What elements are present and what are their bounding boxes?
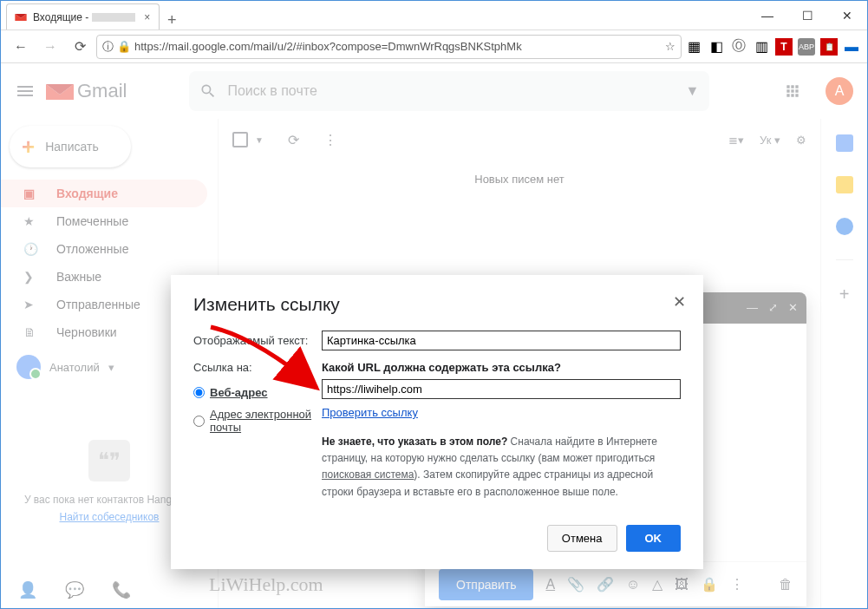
refresh-icon[interactable]: ⟳ — [288, 132, 299, 148]
hangouts-chat-icon[interactable]: 💬 — [65, 580, 86, 601]
confidential-icon[interactable]: 🔒 — [701, 576, 718, 593]
ext-icon-3[interactable]: Ⓞ — [730, 38, 747, 56]
url-text: https://mail.google.com/mail/u/2/#inbox?… — [134, 40, 522, 53]
dialog-title: Изменить ссылку — [193, 294, 681, 315]
display-text-label: Отображаемый текст: — [193, 331, 322, 350]
inbox-icon: ▣ — [23, 187, 41, 200]
star-icon[interactable]: ☆ — [665, 40, 675, 53]
user-status-avatar — [16, 355, 41, 379]
drive-icon[interactable]: △ — [652, 576, 662, 593]
radio-web-label[interactable]: Веб-адрес — [210, 386, 268, 399]
dialog-close-icon[interactable]: ✕ — [673, 292, 686, 311]
bottom-nav: 👤 💬 📞 — [18, 580, 133, 601]
radio-web-address[interactable] — [193, 387, 205, 398]
star-icon: ★ — [23, 214, 41, 228]
search-input[interactable] — [227, 83, 675, 99]
address-bar: ← → ⟳ ⓘ 🔒 https://mail.google.com/mail/u… — [1, 30, 867, 63]
ext-icon-t[interactable]: T — [775, 38, 793, 56]
lock-icon: 🔒 — [117, 40, 131, 53]
settings-icon[interactable]: ⚙ — [796, 134, 806, 147]
hangouts-phone-icon[interactable]: 📞 — [112, 580, 133, 601]
compose-label: Написать — [45, 140, 98, 154]
radio-email-address[interactable] — [193, 416, 205, 427]
gmail-brand-text: Gmail — [77, 80, 127, 102]
nav-snoozed[interactable]: 🕐Отложенные — [1, 235, 207, 263]
ext-icon-1[interactable]: ▦ — [685, 38, 702, 56]
image-icon[interactable]: 🖼 — [675, 577, 689, 593]
close-button[interactable]: ✕ — [827, 2, 867, 29]
browser-titlebar: Входящие - × + — ☐ ✕ — [1, 1, 867, 30]
url-input[interactable]: ⓘ 🔒 https://mail.google.com/mail/u/2/#in… — [96, 35, 682, 59]
ext-icon-badge[interactable]: 📋 — [820, 38, 838, 56]
ext-icon-5[interactable]: ▬ — [843, 38, 860, 56]
tasks-icon[interactable] — [836, 218, 853, 235]
browser-tab[interactable]: Входящие - × — [6, 3, 160, 29]
search-dropdown-icon[interactable]: ▼ — [686, 83, 700, 99]
radio-email-label[interactable]: Адрес электронной почты — [210, 408, 322, 434]
clock-icon: 🕐 — [23, 242, 41, 256]
ext-icon-4[interactable]: ▥ — [753, 38, 770, 56]
info-icon: ⓘ — [102, 39, 114, 55]
window-controls: — ☐ ✕ — [747, 2, 867, 29]
link-to-label: Ссылка на: — [193, 361, 322, 374]
url-prompt-label: Какой URL должна содержать эта ссылка? — [322, 361, 681, 374]
cancel-button[interactable]: Отмена — [547, 525, 617, 552]
back-button[interactable]: ← — [8, 34, 34, 60]
ext-icon-abp[interactable]: ABP — [798, 38, 815, 56]
keep-icon[interactable] — [836, 176, 853, 193]
link-icon[interactable]: 🔗 — [597, 576, 614, 593]
extensions: ▦ ◧ Ⓞ ▥ T ABP 📋 ▬ — [685, 38, 860, 56]
hangouts-icon: ❝❞ — [88, 440, 130, 481]
minimize-button[interactable]: — — [747, 2, 787, 29]
checkbox-dropdown-icon[interactable]: ▼ — [255, 135, 264, 145]
close-compose-icon[interactable]: ✕ — [788, 301, 798, 314]
reload-button[interactable]: ⟳ — [67, 34, 93, 60]
gmail-favicon-icon — [14, 10, 28, 24]
display-text-input[interactable] — [322, 331, 681, 350]
user-name: Анатолий — [49, 361, 100, 374]
drafts-icon: 🗎 — [23, 325, 41, 339]
user-avatar[interactable]: A — [826, 77, 853, 105]
search-box[interactable]: ▼ — [189, 71, 709, 111]
test-link[interactable]: Проверить ссылку — [322, 406, 418, 419]
split-pane-icon[interactable]: ≣▾ — [728, 134, 744, 147]
tab-close-icon[interactable]: × — [144, 11, 150, 23]
no-messages-text: Новых писем нет — [219, 160, 820, 198]
format-icon[interactable]: A — [545, 577, 555, 593]
select-all-checkbox[interactable] — [232, 132, 248, 147]
input-lang[interactable]: Ук ▾ — [760, 134, 780, 147]
edit-link-dialog: ✕ Изменить ссылку Отображаемый текст: Сс… — [171, 275, 703, 569]
more-icon[interactable]: ⋮ — [323, 132, 337, 148]
emoji-icon[interactable]: ☺ — [626, 577, 640, 593]
new-tab-button[interactable]: + — [160, 11, 184, 29]
maximize-button[interactable]: ☐ — [787, 2, 827, 29]
calendar-icon[interactable] — [836, 134, 853, 152]
gmail-m-icon — [46, 81, 74, 102]
discard-icon[interactable]: 🗑 — [779, 577, 793, 593]
compose-button[interactable]: + Написать — [10, 126, 131, 167]
minimize-compose-icon[interactable]: — — [747, 301, 758, 314]
search-engine-link[interactable]: поисковая система — [322, 468, 414, 481]
more-compose-icon[interactable]: ⋮ — [730, 576, 744, 593]
attach-icon[interactable]: 📎 — [567, 576, 584, 593]
apps-icon[interactable] — [784, 82, 801, 100]
gmail-logo[interactable]: Gmail — [46, 80, 127, 102]
watermark: LiWiHelp.com — [209, 573, 323, 596]
gmail-header: Gmail ▼ A — [1, 63, 867, 119]
search-icon — [199, 82, 217, 100]
hangouts-contacts-icon[interactable]: 👤 — [18, 580, 39, 601]
addons-plus-icon[interactable]: + — [836, 285, 853, 302]
plus-icon: + — [22, 134, 35, 160]
menu-icon[interactable] — [15, 81, 36, 102]
forward-button[interactable]: → — [37, 34, 63, 60]
tab-title: Входящие - — [33, 11, 88, 23]
send-button[interactable]: Отправить — [439, 569, 533, 600]
url-input-field[interactable] — [322, 379, 681, 399]
nav-starred[interactable]: ★Помеченные — [1, 207, 207, 235]
ext-icon-2[interactable]: ◧ — [708, 38, 725, 56]
important-icon: ❯ — [23, 270, 41, 284]
ok-button[interactable]: OK — [626, 525, 682, 552]
expand-compose-icon[interactable]: ⤢ — [768, 301, 778, 314]
nav-inbox[interactable]: ▣Входящие — [1, 180, 207, 207]
sent-icon: ➤ — [23, 298, 41, 311]
